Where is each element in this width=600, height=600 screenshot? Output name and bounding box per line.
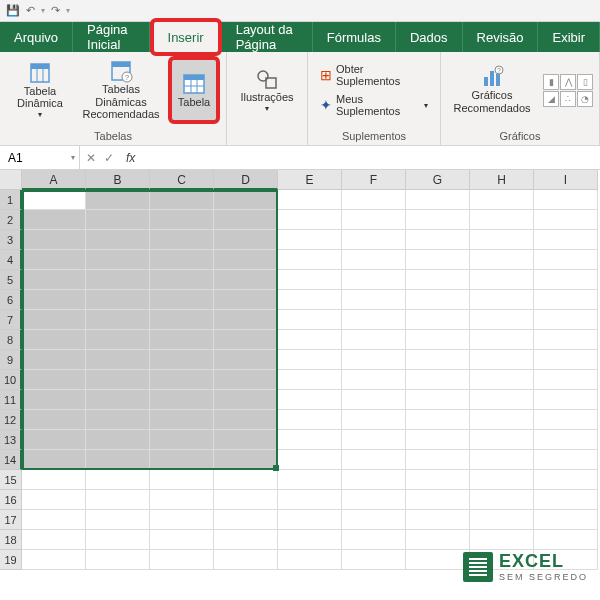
chart-type-pie-button[interactable]: ◔ bbox=[577, 91, 593, 107]
row-header[interactable]: 7 bbox=[0, 310, 22, 330]
cell[interactable] bbox=[406, 470, 470, 490]
cell[interactable] bbox=[22, 490, 86, 510]
cell[interactable] bbox=[342, 210, 406, 230]
cell[interactable] bbox=[150, 430, 214, 450]
cell[interactable] bbox=[214, 330, 278, 350]
cell[interactable] bbox=[406, 550, 470, 570]
cell[interactable] bbox=[278, 410, 342, 430]
cell[interactable] bbox=[150, 290, 214, 310]
cell[interactable] bbox=[342, 510, 406, 530]
cell[interactable] bbox=[470, 530, 534, 550]
cell[interactable] bbox=[342, 390, 406, 410]
cell[interactable] bbox=[534, 230, 598, 250]
column-header[interactable]: G bbox=[406, 170, 470, 190]
cell[interactable] bbox=[86, 470, 150, 490]
cell[interactable] bbox=[406, 330, 470, 350]
undo-icon[interactable]: ↶ bbox=[26, 4, 35, 17]
cell[interactable] bbox=[150, 390, 214, 410]
cell[interactable] bbox=[470, 330, 534, 350]
cell[interactable] bbox=[22, 290, 86, 310]
cell[interactable] bbox=[214, 490, 278, 510]
column-header[interactable]: A bbox=[22, 170, 86, 190]
cell[interactable] bbox=[278, 390, 342, 410]
obter-suplementos-button[interactable]: ⊞ Obter Suplementos bbox=[314, 61, 434, 89]
cell[interactable] bbox=[214, 390, 278, 410]
tab-pagina-inicial[interactable]: Página Inicial bbox=[73, 22, 149, 52]
chart-type-area-button[interactable]: ◢ bbox=[543, 91, 559, 107]
cell[interactable] bbox=[278, 330, 342, 350]
cell[interactable] bbox=[22, 550, 86, 570]
cell[interactable] bbox=[86, 410, 150, 430]
cell[interactable] bbox=[406, 510, 470, 530]
cell[interactable] bbox=[86, 290, 150, 310]
cell[interactable] bbox=[534, 270, 598, 290]
cell[interactable] bbox=[278, 470, 342, 490]
qat-customize-icon[interactable]: ▾ bbox=[66, 6, 70, 15]
chart-type-line-button[interactable]: ⋀ bbox=[560, 74, 576, 90]
cell[interactable] bbox=[22, 190, 86, 210]
cell[interactable] bbox=[470, 210, 534, 230]
cell[interactable] bbox=[86, 430, 150, 450]
column-header[interactable]: F bbox=[342, 170, 406, 190]
cell[interactable] bbox=[342, 190, 406, 210]
cell[interactable] bbox=[534, 350, 598, 370]
column-header[interactable]: H bbox=[470, 170, 534, 190]
row-header[interactable]: 9 bbox=[0, 350, 22, 370]
cell[interactable] bbox=[278, 310, 342, 330]
cell[interactable] bbox=[278, 190, 342, 210]
cell[interactable] bbox=[406, 370, 470, 390]
cell[interactable] bbox=[534, 310, 598, 330]
cell[interactable] bbox=[214, 450, 278, 470]
cell[interactable] bbox=[278, 290, 342, 310]
cell[interactable] bbox=[534, 250, 598, 270]
cell[interactable] bbox=[22, 210, 86, 230]
cell[interactable] bbox=[534, 370, 598, 390]
cell[interactable] bbox=[22, 370, 86, 390]
cell[interactable] bbox=[342, 250, 406, 270]
cell[interactable] bbox=[534, 390, 598, 410]
column-header[interactable]: I bbox=[534, 170, 598, 190]
cell[interactable] bbox=[86, 350, 150, 370]
save-icon[interactable]: 💾 bbox=[6, 4, 20, 17]
cell[interactable] bbox=[150, 190, 214, 210]
cell[interactable] bbox=[22, 410, 86, 430]
cell[interactable] bbox=[278, 510, 342, 530]
row-header[interactable]: 13 bbox=[0, 430, 22, 450]
cell[interactable] bbox=[406, 390, 470, 410]
cell[interactable] bbox=[214, 530, 278, 550]
row-header[interactable]: 1 bbox=[0, 190, 22, 210]
cell[interactable] bbox=[406, 310, 470, 330]
enter-icon[interactable]: ✓ bbox=[104, 151, 114, 165]
cell[interactable] bbox=[150, 530, 214, 550]
cell[interactable] bbox=[22, 430, 86, 450]
cell[interactable] bbox=[214, 550, 278, 570]
cell[interactable] bbox=[214, 470, 278, 490]
undo-dropdown-icon[interactable]: ▾ bbox=[41, 6, 45, 15]
cell[interactable] bbox=[150, 270, 214, 290]
cell[interactable] bbox=[406, 430, 470, 450]
cell[interactable] bbox=[534, 510, 598, 530]
cell[interactable] bbox=[86, 310, 150, 330]
cell[interactable] bbox=[470, 450, 534, 470]
cell[interactable] bbox=[22, 470, 86, 490]
cell[interactable] bbox=[150, 210, 214, 230]
cell[interactable] bbox=[214, 510, 278, 530]
cell[interactable] bbox=[470, 310, 534, 330]
cell[interactable] bbox=[214, 350, 278, 370]
cell[interactable] bbox=[150, 370, 214, 390]
row-header[interactable]: 17 bbox=[0, 510, 22, 530]
cell[interactable] bbox=[214, 230, 278, 250]
row-header[interactable]: 4 bbox=[0, 250, 22, 270]
tabela-button[interactable]: Tabela bbox=[168, 56, 220, 124]
tab-formulas[interactable]: Fórmulas bbox=[313, 22, 396, 52]
cell[interactable] bbox=[150, 410, 214, 430]
cell[interactable] bbox=[470, 430, 534, 450]
row-header[interactable]: 5 bbox=[0, 270, 22, 290]
redo-icon[interactable]: ↷ bbox=[51, 4, 60, 17]
cell[interactable] bbox=[150, 230, 214, 250]
cell[interactable] bbox=[86, 270, 150, 290]
name-box-dropdown-icon[interactable]: ▾ bbox=[71, 153, 75, 162]
cell[interactable] bbox=[278, 230, 342, 250]
cell[interactable] bbox=[534, 530, 598, 550]
tab-revisao[interactable]: Revisão bbox=[463, 22, 539, 52]
